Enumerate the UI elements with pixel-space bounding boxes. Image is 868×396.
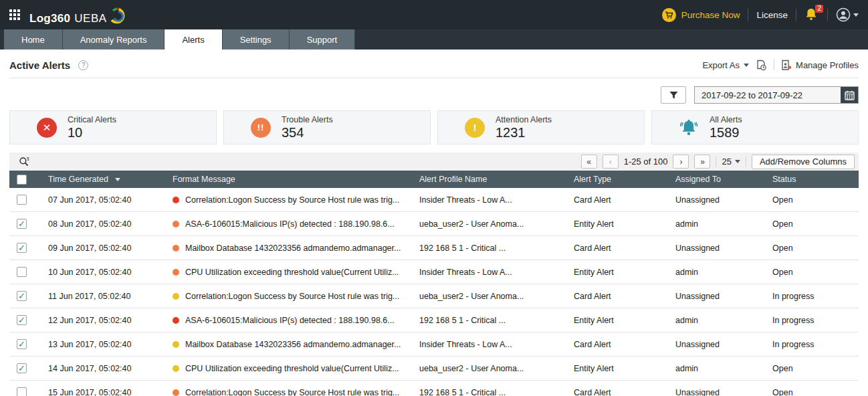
attention-alerts-card[interactable]: ! Attention Alerts 1231	[437, 110, 645, 144]
severity-dot-icon	[173, 317, 179, 324]
tab-support[interactable]: Support	[290, 29, 356, 50]
cell-assigned-to: Unassigned	[675, 388, 772, 396]
row-checkbox[interactable]	[17, 195, 27, 205]
cell-format-message[interactable]: CPU Utilization exceeding threshold valu…	[185, 268, 399, 277]
row-checkbox[interactable]: ✓	[17, 339, 27, 349]
card-value: 1231	[496, 125, 552, 140]
cell-status: Open	[772, 268, 859, 277]
col-header-alert-type[interactable]: Alert Type	[574, 175, 675, 184]
cell-assigned-to: Unassigned	[675, 340, 772, 349]
cell-format-message[interactable]: Mailbox Database 1432023356 admandemo.ad…	[185, 340, 401, 349]
manage-profiles-button[interactable]: Manage Profiles	[781, 60, 859, 71]
cell-assigned-to: admin	[675, 316, 772, 325]
table-row[interactable]: ✓ 12 Jun 2017, 05:02:40 ASA-6-106015:Mal…	[9, 308, 859, 332]
cell-alert-type: Card Alert	[574, 388, 675, 396]
cell-time-generated: 14 Jun 2017, 05:02:40	[48, 364, 173, 373]
tab-alerts[interactable]: Alerts	[165, 29, 222, 50]
col-header-status[interactable]: Status	[772, 175, 859, 184]
alert-summary-cards: ✕ Critical Alerts 10 !! Trouble Alerts 3…	[9, 110, 859, 144]
severity-dot-icon	[173, 269, 179, 276]
trouble-alerts-card[interactable]: !! Trouble Alerts 354	[223, 110, 431, 144]
cell-time-generated: 13 Jun 2017, 05:02:40	[48, 340, 173, 349]
cell-status: In progress	[772, 316, 859, 325]
table-row[interactable]: ✓ 14 Jun 2017, 05:02:40 CPU Utilization …	[9, 357, 859, 381]
avatar-icon	[836, 7, 851, 22]
tab-anomaly-reports[interactable]: Anomaly Reports	[63, 29, 165, 50]
cell-status: In progress	[772, 340, 859, 349]
table-row[interactable]: 07 Jun 2017, 05:02:40 Correlation:Logon …	[9, 188, 859, 212]
row-checkbox[interactable]	[17, 267, 27, 277]
severity-dot-icon	[173, 197, 179, 203]
cell-format-message[interactable]: Correlation:Logon Success by Source Host…	[185, 195, 399, 205]
notification-count-badge: 2	[815, 5, 823, 13]
table-row[interactable]: ✓ 13 Jun 2017, 05:02:40 Mailbox Database…	[9, 332, 859, 357]
license-link[interactable]: License	[756, 10, 788, 20]
page-size-dropdown[interactable]: 25	[722, 157, 740, 167]
export-as-dropdown[interactable]: Export As	[702, 60, 749, 70]
purchase-now-button[interactable]: Purchase Now	[662, 8, 740, 22]
row-checkbox[interactable]: ✓	[17, 315, 27, 325]
critical-alerts-card[interactable]: ✕ Critical Alerts 10	[9, 110, 217, 144]
table-header: Time Generated Format Message Alert Prof…	[9, 171, 859, 188]
severity-dot-icon	[173, 221, 179, 227]
help-icon[interactable]: ?	[78, 60, 88, 70]
cell-format-message[interactable]: ASA-6-106015:Malicious IP(s) detected : …	[185, 316, 395, 325]
trouble-alerts-icon: !!	[251, 118, 271, 138]
cell-format-message[interactable]: Mailbox Database 1432023356 admandemo.ad…	[185, 243, 401, 253]
page-size-value: 25	[722, 157, 731, 167]
row-checkbox[interactable]: ✓	[17, 363, 27, 373]
table-row[interactable]: 15 Jun 2017, 05:02:40 Correlation:Logon …	[9, 381, 859, 396]
severity-dot-icon	[173, 245, 179, 252]
search-icon[interactable]	[19, 157, 29, 167]
cell-alert-profile-name: ueba_user2 - User Anoma...	[419, 292, 574, 301]
schedule-export-icon[interactable]	[756, 60, 767, 71]
select-all-checkbox[interactable]	[17, 175, 27, 185]
prev-page-button[interactable]: ‹	[603, 155, 619, 169]
notifications-bell-icon[interactable]: 2	[804, 7, 819, 22]
cell-format-message[interactable]: CPU Utilization exceeding threshold valu…	[185, 364, 399, 373]
actions-divider	[774, 60, 774, 70]
first-page-button[interactable]: «	[581, 155, 597, 169]
row-checkbox[interactable]: ✓	[17, 243, 27, 253]
manage-profiles-icon	[781, 60, 792, 71]
cell-assigned-to: Unassigned	[675, 292, 772, 301]
filter-button[interactable]	[661, 86, 686, 104]
cell-format-message[interactable]: ASA-6-106015:Malicious IP(s) detected : …	[185, 219, 395, 229]
table-body: 07 Jun 2017, 05:02:40 Correlation:Logon …	[9, 188, 859, 396]
col-header-alert-profile-name[interactable]: Alert Profile Name	[419, 175, 574, 184]
table-row[interactable]: ✓ 08 Jun 2017, 05:02:40 ASA-6-106015:Mal…	[9, 212, 859, 236]
card-label: All Alerts	[710, 115, 742, 124]
row-checkbox[interactable]	[17, 387, 27, 396]
col-header-time-generated[interactable]: Time Generated	[48, 175, 173, 184]
col-header-format-message[interactable]: Format Message	[173, 175, 419, 184]
table-row[interactable]: 10 Jun 2017, 05:02:40 CPU Utilization ex…	[9, 260, 859, 284]
cell-format-message[interactable]: Correlation:Logon Success by Source Host…	[185, 292, 399, 301]
table-row[interactable]: ✓ 11 Jun 2017, 05:02:40 Correlation:Logo…	[9, 284, 859, 308]
user-menu[interactable]	[836, 7, 859, 22]
all-alerts-card[interactable]: All Alerts 1589	[651, 110, 859, 144]
cell-alert-type: Card Alert	[574, 340, 675, 349]
cell-alert-profile-name: 192 168 5 1 - Critical ...	[419, 243, 574, 253]
cell-assigned-to: admin	[675, 364, 772, 373]
add-remove-columns-button[interactable]: Add/Remove Columns	[752, 155, 855, 169]
row-checkbox[interactable]: ✓	[17, 291, 27, 301]
calendar-button[interactable]	[841, 87, 858, 103]
tab-home[interactable]: Home	[4, 29, 63, 50]
last-page-button[interactable]: »	[694, 155, 710, 169]
row-checkbox[interactable]: ✓	[17, 219, 27, 229]
purchase-now-label: Purchase Now	[681, 10, 740, 20]
cell-alert-profile-name: Insider Threats - Low A...	[419, 268, 574, 277]
cell-alert-profile-name: ueba_user2 - User Anoma...	[419, 219, 574, 229]
cell-alert-type: Entity Alert	[574, 364, 675, 373]
date-range-input[interactable]: 2017-09-22 to 2017-09-22	[695, 87, 841, 103]
cell-time-generated: 10 Jun 2017, 05:02:40	[48, 268, 173, 277]
table-row[interactable]: ✓ 09 Jun 2017, 05:02:40 Mailbox Database…	[9, 236, 859, 260]
severity-dot-icon	[173, 365, 179, 372]
tab-settings[interactable]: Settings	[223, 29, 290, 50]
col-header-assigned-to[interactable]: Assigned To	[675, 175, 772, 184]
app-launcher-icon[interactable]	[9, 9, 20, 20]
cell-format-message[interactable]: Correlation:Logon Success by Source Host…	[185, 388, 399, 396]
calendar-icon	[845, 90, 855, 100]
next-page-button[interactable]: ›	[673, 155, 689, 169]
attention-alerts-icon: !	[465, 118, 485, 138]
